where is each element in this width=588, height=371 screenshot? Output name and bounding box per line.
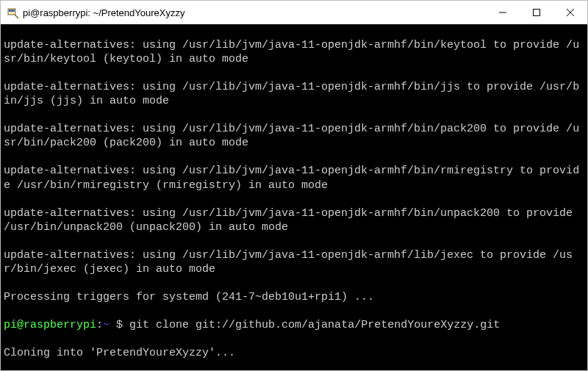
output-line: update-alternatives: using /usr/lib/jvm/… bbox=[4, 164, 584, 192]
prompt-sep: : bbox=[96, 319, 103, 331]
output-line: update-alternatives: using /usr/lib/jvm/… bbox=[4, 38, 584, 66]
svg-rect-1 bbox=[9, 10, 15, 12]
app-window: pi@raspberrypi: ~/PretendYoureXyzzy upda… bbox=[0, 0, 588, 371]
prompt-user-host: pi@raspberrypi bbox=[4, 319, 96, 331]
minimize-button[interactable] bbox=[486, 1, 520, 24]
output-line: Processing triggers for systemd (241-7~d… bbox=[4, 290, 584, 304]
output-line: update-alternatives: using /usr/lib/jvm/… bbox=[4, 206, 584, 234]
terminal-output[interactable]: update-alternatives: using /usr/lib/jvm/… bbox=[1, 24, 587, 370]
output-line: update-alternatives: using /usr/lib/jvm/… bbox=[4, 122, 584, 150]
prompt-path: ~ bbox=[103, 319, 110, 331]
window-title: pi@raspberrypi: ~/PretendYoureXyzzy bbox=[23, 7, 486, 18]
output-line: update-alternatives: using /usr/lib/jvm/… bbox=[4, 80, 584, 108]
putty-icon bbox=[7, 7, 18, 18]
svg-point-3 bbox=[17, 17, 18, 18]
output-line: update-alternatives: using /usr/lib/jvm/… bbox=[4, 248, 584, 276]
command-text: git clone git://github.com/ajanata/Prete… bbox=[129, 319, 500, 331]
output-line: Cloning into 'PretendYoureXyzzy'... bbox=[4, 346, 584, 360]
prompt-line: pi@raspberrypi:~ $ git clone git://githu… bbox=[4, 318, 584, 332]
titlebar[interactable]: pi@raspberrypi: ~/PretendYoureXyzzy bbox=[1, 1, 587, 24]
svg-rect-5 bbox=[534, 10, 540, 16]
prompt-suffix: $ bbox=[110, 319, 129, 331]
maximize-button[interactable] bbox=[520, 1, 553, 24]
close-button[interactable] bbox=[553, 1, 587, 24]
